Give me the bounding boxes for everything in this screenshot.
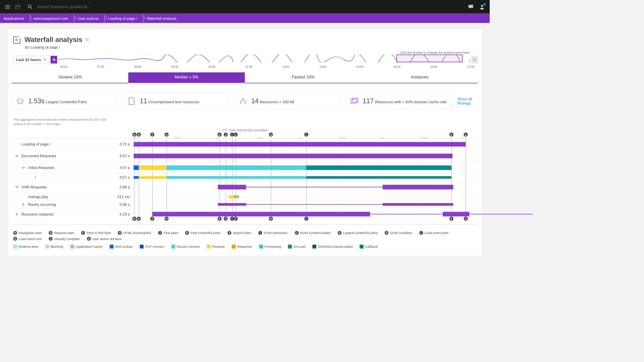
legend-event-item: NNavigation start [13,231,42,235]
tab-instances[interactable]: Instances [361,72,478,83]
row-duration: 2.66 s [112,185,133,189]
svg-rect-7 [15,40,16,41]
metric-card[interactable]: 14 Resources > 100 kB [235,93,340,109]
waterfall-row[interactable]: XHR Requests2.66 s [12,181,478,193]
metric-card[interactable]: 1.53s Largest Contentful Paint [12,93,117,109]
time-tick: 14:00 [356,65,363,68]
waterfall-row[interactable]: Loading of page /3.72 s [12,138,478,150]
marker-g[interactable]: G [269,217,273,221]
breadcrumb-item: Waterfall analysis [143,13,182,23]
waterfall-row[interactable]: /ratings.php211 ms [12,193,478,200]
legend-swatch-icon [288,245,292,248]
breadcrumb-item[interactable]: Applications [0,13,30,23]
legend-badge-icon: G [338,231,341,235]
waterfall-row[interactable]: /3.57 s [12,173,478,181]
event-legend: NNavigation startRRequest startFTime to … [12,231,478,241]
waterfall-row[interactable]: Initial Requests3.57 s [12,162,478,173]
waterfall-row[interactable]: Rarely occurring2.66 s [12,200,478,208]
marker-l[interactable]: L [304,217,308,221]
info-icon[interactable] [85,38,89,42]
timeline-prev-button[interactable] [50,56,57,64]
marker-l[interactable]: L [304,133,308,137]
row-duration: 3.57 s [112,175,133,180]
marker-r[interactable]: R [137,133,141,137]
tab-slowest-10-[interactable]: Slowest 10% [12,72,128,83]
search-input[interactable] [37,5,139,9]
legend-swatch-icon [360,245,363,248]
time-range-label: Last 12 hours [16,57,41,62]
breadcrumb-item[interactable]: User actions [74,13,104,23]
marker-a[interactable]: A [464,217,468,221]
show-all-findings-link[interactable]: Show all findings [458,97,478,105]
card-value: 14 [251,97,259,105]
time-range-selector[interactable]: Last 12 hours [13,55,49,64]
breadcrumb-item[interactable]: www.easytravel.com [30,13,74,23]
marker-s[interactable]: S [224,217,228,221]
marker-c[interactable]: C [233,133,237,137]
marker-c[interactable]: C [233,217,237,221]
marker-r[interactable]: R [137,217,141,221]
marker-e[interactable]: E [449,133,453,137]
menu-icon[interactable] [3,2,13,12]
page-subtitle: for Loading of page / [25,45,478,50]
marker-k[interactable]: K [218,133,222,137]
sparkline-timeline[interactable]: Click the timeline to change the analysi… [59,55,470,65]
notification-dot-icon [484,3,486,5]
legend-badge-icon: H [118,231,122,235]
legend-color-item: Application Cache [70,245,103,248]
expand-toggle[interactable] [15,213,20,216]
row-duration: 3.57 s [112,154,133,158]
tab-median-5-[interactable]: Median ± 5% [128,72,245,83]
marker-h[interactable]: H [164,133,168,137]
timeline-hint: Click the timeline to change the analysi… [400,51,470,55]
row-duration: 211 ms [112,194,133,199]
expand-toggle[interactable] [22,203,26,206]
legend-badge-icon: J [158,231,162,235]
marker-s[interactable]: S [224,133,228,137]
expand-toggle[interactable] [15,185,20,188]
metric-card[interactable]: 11 Uncompressed text resources [123,93,228,109]
marker-e[interactable]: E [449,217,453,221]
user-icon[interactable] [477,2,487,12]
expand-toggle[interactable] [15,155,20,158]
marker-h[interactable]: H [164,217,168,221]
waterfall-row[interactable]: Document Requests3.57 s [12,150,478,162]
legend-badge-icon: C [295,231,299,235]
card-value: 1.53s [28,97,44,105]
legend-swatch-icon [70,245,74,248]
legend-color-item: OnDOMContentLoaded [312,245,353,248]
legend-color-item: OnLoad [288,245,305,248]
marker-n[interactable]: N [132,133,136,137]
metric-card[interactable]: 117 Resources with < 50% browser cache r… [346,93,451,109]
time-tick: 13:00 [319,65,326,68]
time-tick: 12:00 [282,65,289,68]
row-name: Loading of page / [21,142,51,146]
legend-event-item: AUser action duration [87,237,122,241]
marker-a[interactable]: A [464,133,468,137]
marker-n[interactable]: N [132,217,136,221]
card-value: 117 [363,97,374,105]
search-icon[interactable] [25,2,35,12]
marker-f[interactable]: F [150,133,154,137]
svg-point-2 [28,5,31,7]
marker-g[interactable]: G [269,133,273,137]
timeline-next-button[interactable] [471,56,478,64]
legend-badge-icon: I [259,231,262,235]
card-label: Resources > 100 kB [260,100,294,104]
row-name: Initial Requests [28,166,54,170]
dashboard-icon[interactable] [13,2,23,12]
expand-toggle[interactable] [22,166,26,169]
timeline-selection[interactable] [396,55,463,62]
interaction-possible-label: User interaction possible [222,128,268,132]
time-tick: 17:00 [467,65,474,68]
chat-icon[interactable] [466,2,476,12]
legend-badge-icon: E [13,237,17,241]
breadcrumb-item[interactable]: Loading of page / [104,13,143,23]
row-name: Rarely occurring [28,202,56,206]
svg-point-10 [240,103,241,104]
marker-f[interactable]: F [150,217,154,221]
marker-k[interactable]: K [218,217,222,221]
tab-fastest-10-[interactable]: Fastest 10% [245,72,362,83]
svg-rect-12 [351,99,357,103]
legend-color-item: Request [207,245,225,248]
